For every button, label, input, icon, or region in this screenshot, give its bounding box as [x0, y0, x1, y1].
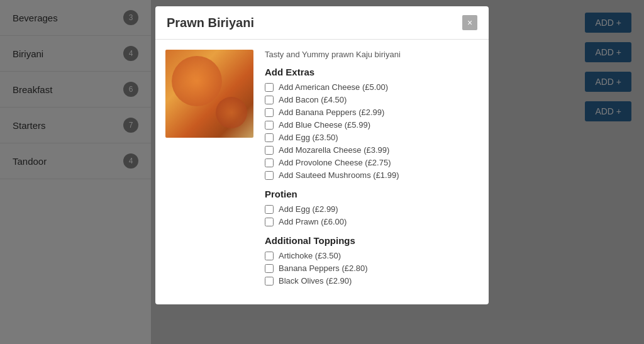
checkbox-item-0-2[interactable]: Add Banana Peppers (£2.99): [265, 108, 479, 117]
section-title: Add Extras: [265, 67, 479, 77]
checkbox-input[interactable]: [265, 252, 274, 260]
checkbox-item-0-1[interactable]: Add Bacon (£4.50): [265, 95, 479, 104]
checkbox-input[interactable]: [265, 158, 274, 167]
section-title: Protien: [265, 189, 479, 199]
checkbox-item-0-6[interactable]: Add Provolone Cheese (£2.75): [265, 158, 479, 167]
modal-close-button[interactable]: ×: [462, 15, 477, 30]
checkbox-input[interactable]: [265, 121, 274, 130]
checkbox-item-0-4[interactable]: Add Egg (£3.50): [265, 133, 479, 142]
modal-dialog: Prawn Biriyani × Tasty and Yummy prawn K…: [155, 6, 489, 304]
checkbox-input[interactable]: [265, 205, 274, 214]
modal-overlay[interactable]: Prawn Biriyani × Tasty and Yummy prawn K…: [0, 0, 644, 344]
checkbox-input[interactable]: [265, 264, 274, 273]
checkbox-item-2-0[interactable]: Artichoke (£3.50): [265, 251, 479, 260]
checkbox-item-0-3[interactable]: Add Blue Cheese (£5.99): [265, 120, 479, 130]
checkbox-item-0-0[interactable]: Add American Cheese (£5.00): [265, 82, 479, 92]
modal-section-0: Add Extras Add American Cheese (£5.00) A…: [265, 67, 479, 180]
checkbox-input[interactable]: [265, 218, 274, 226]
modal-header: Prawn Biriyani ×: [155, 6, 489, 40]
checkbox-input[interactable]: [265, 171, 274, 180]
checkbox-input[interactable]: [265, 108, 274, 117]
section-title: Additional Toppings: [265, 235, 479, 246]
modal-title: Prawn Biriyani: [167, 16, 254, 30]
modal-section-1: Protien Add Egg (£2.99) Add Prawn (£6.00…: [265, 189, 479, 226]
modal-details: Tasty and Yummy prawn Kaju biriyani Add …: [265, 50, 479, 294]
checkbox-item-2-2[interactable]: Black Olives (£2.90): [265, 276, 479, 286]
modal-body: Tasty and Yummy prawn Kaju biriyani Add …: [155, 40, 489, 304]
modal-description: Tasty and Yummy prawn Kaju biriyani: [265, 50, 479, 59]
checkbox-item-1-1[interactable]: Add Prawn (£6.00): [265, 217, 479, 226]
checkbox-input[interactable]: [265, 83, 274, 92]
checkbox-item-0-5[interactable]: Add Mozarella Cheese (£3.99): [265, 145, 479, 155]
checkbox-input[interactable]: [265, 277, 274, 286]
checkbox-input[interactable]: [265, 96, 274, 104]
modal-section-2: Additional Toppings Artichoke (£3.50) Ba…: [265, 235, 479, 286]
checkbox-item-1-0[interactable]: Add Egg (£2.99): [265, 204, 479, 214]
checkbox-input[interactable]: [265, 133, 274, 142]
checkbox-input[interactable]: [265, 146, 274, 155]
food-image: [165, 50, 253, 138]
checkbox-item-2-1[interactable]: Banana Peppers (£2.80): [265, 264, 479, 273]
checkbox-item-0-7[interactable]: Add Sauteed Mushrooms (£1.99): [265, 170, 479, 180]
